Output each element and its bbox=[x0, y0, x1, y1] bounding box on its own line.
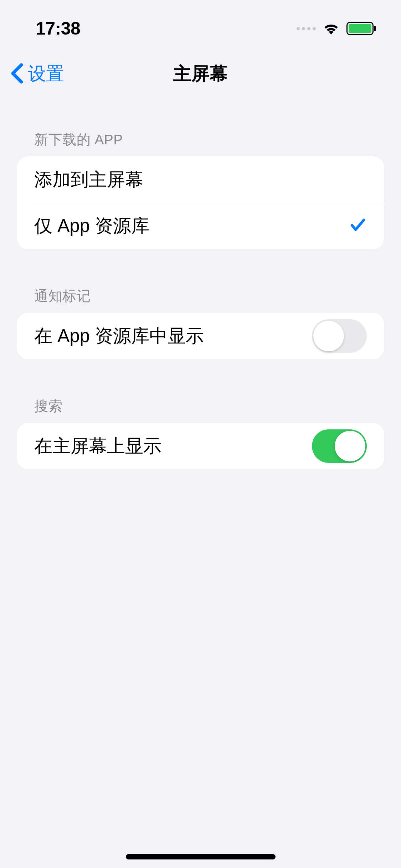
chevron-left-icon bbox=[11, 63, 24, 86]
checkmark-icon bbox=[349, 216, 367, 236]
section-group-badges: 在 App 资源库中显示 bbox=[17, 313, 384, 359]
toggle-label: 在 App 资源库中显示 bbox=[34, 324, 204, 348]
option-app-library-only[interactable]: 仅 App 资源库 bbox=[17, 203, 384, 249]
battery-icon bbox=[346, 22, 376, 35]
status-time: 17:38 bbox=[36, 18, 80, 39]
option-label: 添加到主屏幕 bbox=[34, 167, 143, 192]
home-indicator[interactable] bbox=[126, 854, 276, 859]
status-indicators bbox=[297, 21, 376, 36]
row-show-in-app-library: 在 App 资源库中显示 bbox=[17, 313, 384, 359]
nav-bar: 设置 主屏幕 bbox=[0, 50, 401, 98]
section-header-new-apps: 新下载的 APP bbox=[17, 130, 384, 156]
row-show-on-home: 在主屏幕上显示 bbox=[17, 423, 384, 469]
toggle-show-in-app-library[interactable] bbox=[312, 319, 367, 353]
content: 新下载的 APP 添加到主屏幕 仅 App 资源库 通知标记 在 App 资源库… bbox=[0, 98, 401, 469]
section-group-new-apps: 添加到主屏幕 仅 App 资源库 bbox=[17, 156, 384, 249]
toggle-label: 在主屏幕上显示 bbox=[34, 434, 161, 459]
option-label: 仅 App 资源库 bbox=[34, 214, 149, 238]
section-group-search: 在主屏幕上显示 bbox=[17, 423, 384, 469]
back-label: 设置 bbox=[28, 62, 64, 86]
option-add-to-home[interactable]: 添加到主屏幕 bbox=[17, 156, 384, 203]
toggle-show-on-home[interactable] bbox=[312, 429, 367, 463]
cellular-signal-icon bbox=[297, 27, 316, 30]
section-header-badges: 通知标记 bbox=[17, 286, 384, 313]
page-title: 主屏幕 bbox=[173, 62, 228, 86]
status-bar: 17:38 bbox=[0, 0, 401, 50]
section-header-search: 搜索 bbox=[17, 397, 384, 423]
wifi-icon bbox=[322, 21, 340, 36]
back-button[interactable]: 设置 bbox=[11, 62, 64, 86]
